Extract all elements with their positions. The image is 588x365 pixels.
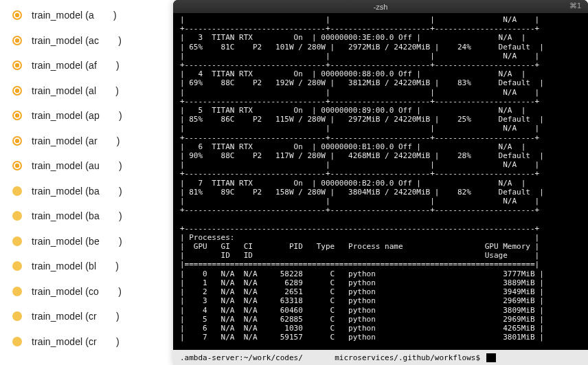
- prompt-path-gap: [303, 353, 335, 362]
- sidebar-item-label: train_model (a ): [32, 10, 117, 21]
- sidebar-item-label: train_model (ac ): [32, 35, 122, 46]
- status-queued-icon: [12, 236, 22, 246]
- status-queued-icon: [12, 186, 22, 196]
- sidebar-item-job[interactable]: train_model (ba ): [0, 179, 173, 204]
- terminal-title: -zsh: [374, 3, 388, 11]
- sidebar-item-job[interactable]: train_model (bl ): [0, 254, 173, 279]
- status-running-icon: [12, 36, 22, 45]
- sidebar-item-job[interactable]: train_model (au ): [0, 153, 173, 179]
- sidebar-item-job[interactable]: train_model (ar ): [0, 129, 173, 154]
- sidebar-item-job[interactable]: train_model (cr ): [0, 304, 173, 329]
- sidebar-item-label: train_model (ba ): [32, 186, 122, 197]
- job-sidebar: train_model (a )train_model (ac )train_m…: [0, 0, 173, 365]
- sidebar-item-job[interactable]: train_model (ac ): [0, 28, 173, 54]
- status-running-icon: [12, 111, 22, 120]
- sidebar-item-label: train_model (ba ): [32, 210, 122, 221]
- status-running-icon: [12, 161, 22, 170]
- sidebar-item-label: train_model (af ): [32, 60, 120, 71]
- status-queued-icon: [12, 337, 22, 346]
- prompt-path-left: .ambda-server:~/work/codes/: [180, 353, 303, 362]
- status-queued-icon: [12, 287, 22, 296]
- terminal-shortcut-badge: ⌘1: [569, 1, 581, 10]
- sidebar-item-job[interactable]: train_model (ap ): [0, 103, 173, 129]
- sidebar-item-label: train_model (be ): [32, 236, 122, 247]
- app-root: train_model (a )train_model (ac )train_m…: [0, 0, 588, 365]
- sidebar-item-label: train_model (co ): [32, 286, 122, 297]
- prompt-cursor: [486, 353, 497, 362]
- sidebar-item-job[interactable]: train_model (af ): [0, 53, 173, 78]
- sidebar-item-label: train_model (cr ): [32, 311, 120, 322]
- sidebar-item-label: train_model (bl ): [32, 261, 119, 272]
- terminal-output[interactable]: | | | N/A | +---------------------------…: [173, 14, 588, 350]
- status-running-icon: [12, 86, 22, 96]
- status-running-icon: [12, 10, 22, 20]
- sidebar-item-job[interactable]: train_model (co ): [0, 279, 173, 305]
- sidebar-item-label: train_model (ar ): [32, 135, 120, 146]
- prompt-path-right: microservices/.github/workflows$: [335, 353, 485, 362]
- sidebar-item-label: train_model (al ): [32, 85, 119, 96]
- sidebar-item-job[interactable]: train_model (al ): [0, 78, 173, 104]
- terminal-window: -zsh ⌘1 | | | N/A | +-------------------…: [173, 0, 588, 365]
- sidebar-item-job[interactable]: train_model (cr ): [0, 329, 173, 355]
- sidebar-item-label: train_model (au ): [32, 160, 122, 171]
- status-queued-icon: [12, 261, 22, 271]
- status-queued-icon: [12, 211, 22, 221]
- sidebar-item-job[interactable]: train_model (a ): [0, 3, 173, 28]
- sidebar-item-job[interactable]: train_model (be ): [0, 229, 173, 254]
- sidebar-item-label: train_model (cr ): [32, 336, 120, 347]
- sidebar-item-job[interactable]: train_model (ba ): [0, 203, 173, 229]
- status-queued-icon: [12, 311, 22, 321]
- status-running-icon: [12, 60, 22, 70]
- terminal-prompt[interactable]: .ambda-server:~/work/codes/ microservice…: [173, 350, 588, 365]
- sidebar-item-label: train_model (ap ): [32, 110, 122, 121]
- terminal-titlebar[interactable]: -zsh ⌘1: [173, 0, 588, 14]
- status-running-icon: [12, 136, 22, 146]
